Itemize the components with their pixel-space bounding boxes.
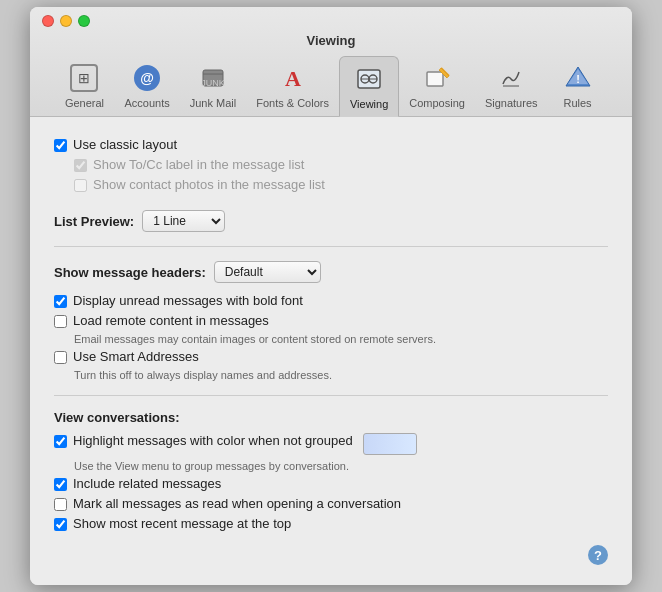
- mark-read-row: Mark all messages as read when opening a…: [54, 496, 608, 511]
- smart-addresses-checkbox[interactable]: [54, 351, 67, 364]
- title-bar: Viewing ⊞ General @ Accounts: [30, 7, 632, 117]
- highlight-label: Highlight messages with color when not g…: [73, 433, 353, 448]
- classic-layout-section: Use classic layout Show To/Cc label in t…: [54, 137, 608, 192]
- toolbar: ⊞ General @ Accounts: [54, 56, 607, 116]
- svg-text:A: A: [285, 66, 301, 91]
- mark-read-checkbox[interactable]: [54, 498, 67, 511]
- load-remote-checkbox[interactable]: [54, 315, 67, 328]
- tab-fonts-colors[interactable]: A Fonts & Colors: [246, 56, 339, 116]
- svg-text:@: @: [140, 70, 154, 86]
- svg-text:!: !: [576, 73, 580, 85]
- svg-rect-10: [427, 72, 443, 86]
- show-tocc-label: Show To/Cc label in the message list: [93, 157, 304, 172]
- content-area: Use classic layout Show To/Cc label in t…: [30, 117, 632, 585]
- tab-viewing[interactable]: Viewing: [339, 56, 399, 117]
- display-unread-checkbox[interactable]: [54, 295, 67, 308]
- help-button[interactable]: ?: [588, 545, 608, 565]
- include-related-checkbox[interactable]: [54, 478, 67, 491]
- display-unread-label: Display unread messages with bold font: [73, 293, 303, 308]
- highlight-subtext: Use the View menu to group messages by c…: [74, 460, 608, 472]
- divider-1: [54, 246, 608, 247]
- composing-icon: [421, 62, 453, 94]
- recent-top-checkbox[interactable]: [54, 518, 67, 531]
- show-photos-label: Show contact photos in the message list: [93, 177, 325, 192]
- tab-composing[interactable]: Composing: [399, 56, 475, 116]
- show-photos-checkbox[interactable]: [74, 179, 87, 192]
- traffic-lights: [42, 15, 90, 27]
- fonts-icon: A: [277, 62, 309, 94]
- window-title: Viewing: [307, 33, 356, 48]
- junk-icon: JUNK: [197, 62, 229, 94]
- svg-text:JUNK: JUNK: [201, 78, 225, 88]
- tab-general[interactable]: ⊞ General: [54, 56, 114, 116]
- tab-signatures[interactable]: Signatures: [475, 56, 548, 116]
- tab-junk-mail[interactable]: JUNK Junk Mail: [180, 56, 246, 116]
- signatures-icon: [495, 62, 527, 94]
- include-related-label: Include related messages: [73, 476, 221, 491]
- tab-general-label: General: [65, 97, 104, 109]
- tab-fonts-label: Fonts & Colors: [256, 97, 329, 109]
- general-icon: ⊞: [68, 62, 100, 94]
- message-headers-select[interactable]: Default All Headers Custom: [214, 261, 321, 283]
- mark-read-label: Mark all messages as read when opening a…: [73, 496, 401, 511]
- display-unread-row: Display unread messages with bold font: [54, 293, 608, 308]
- highlight-checkbox[interactable]: [54, 435, 67, 448]
- tab-rules[interactable]: ! Rules: [548, 56, 608, 116]
- highlight-row: Highlight messages with color when not g…: [54, 433, 608, 455]
- rules-icon: !: [562, 62, 594, 94]
- main-window: Viewing ⊞ General @ Accounts: [30, 7, 632, 585]
- tab-signatures-label: Signatures: [485, 97, 538, 109]
- show-photos-row: Show contact photos in the message list: [74, 177, 608, 192]
- maximize-button[interactable]: [78, 15, 90, 27]
- conversations-title: View conversations:: [54, 410, 608, 425]
- classic-layout-suboptions: Show To/Cc label in the message list Sho…: [74, 157, 608, 192]
- tab-composing-label: Composing: [409, 97, 465, 109]
- viewing-icon: [353, 63, 385, 95]
- message-headers-row: Show message headers: Default All Header…: [54, 261, 608, 283]
- list-preview-row: List Preview: None 1 Line 2 Lines 3 Line…: [54, 210, 608, 232]
- recent-top-label: Show most recent message at the top: [73, 516, 291, 531]
- classic-layout-checkbox[interactable]: [54, 139, 67, 152]
- divider-2: [54, 395, 608, 396]
- classic-layout-row: Use classic layout: [54, 137, 608, 152]
- close-button[interactable]: [42, 15, 54, 27]
- highlight-color-preview[interactable]: [363, 433, 417, 455]
- message-headers-label: Show message headers:: [54, 265, 206, 280]
- tab-rules-label: Rules: [563, 97, 591, 109]
- list-preview-select[interactable]: None 1 Line 2 Lines 3 Lines 4 Lines 5 Li…: [142, 210, 225, 232]
- load-remote-row: Load remote content in messages: [54, 313, 608, 328]
- show-tocc-row: Show To/Cc label in the message list: [74, 157, 608, 172]
- accounts-icon: @: [131, 62, 163, 94]
- classic-layout-label: Use classic layout: [73, 137, 177, 152]
- load-remote-label: Load remote content in messages: [73, 313, 269, 328]
- smart-addresses-row: Use Smart Addresses: [54, 349, 608, 364]
- tab-junk-label: Junk Mail: [190, 97, 236, 109]
- load-remote-subtext: Email messages may contain images or con…: [74, 333, 608, 345]
- show-tocc-checkbox[interactable]: [74, 159, 87, 172]
- tab-accounts-label: Accounts: [124, 97, 169, 109]
- include-related-row: Include related messages: [54, 476, 608, 491]
- recent-top-row: Show most recent message at the top: [54, 516, 608, 531]
- tab-viewing-label: Viewing: [350, 98, 388, 110]
- tab-accounts[interactable]: @ Accounts: [114, 56, 179, 116]
- minimize-button[interactable]: [60, 15, 72, 27]
- smart-addresses-label: Use Smart Addresses: [73, 349, 199, 364]
- smart-addresses-subtext: Turn this off to always display names an…: [74, 369, 608, 381]
- list-preview-label: List Preview:: [54, 214, 134, 229]
